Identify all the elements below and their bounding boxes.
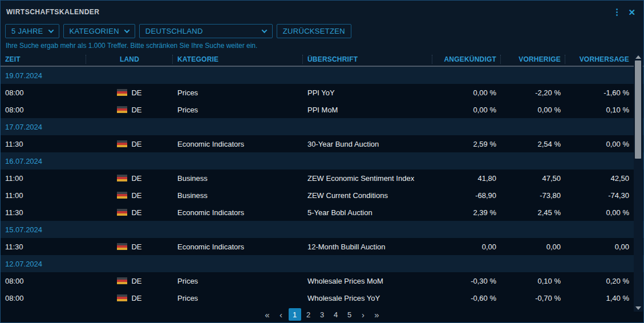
- reset-button[interactable]: ZURÜCKSETZEN: [277, 24, 351, 38]
- cell-announced: 2,59 %: [432, 135, 501, 152]
- cell-time: 11:30: [1, 204, 86, 221]
- cell-headline: Wholesale Prices MoM: [303, 272, 432, 289]
- table-row: 11:30DEEconomic Indicators5-Year Bobl Au…: [1, 204, 643, 221]
- page-button-2[interactable]: 2: [302, 308, 315, 321]
- title-bar: WIRTSCHAFTSKALENDER ✕: [1, 1, 643, 23]
- cell-category: Business: [173, 169, 303, 187]
- country-code: DE: [131, 140, 141, 148]
- germany-flag-icon: [117, 277, 127, 284]
- period-dropdown[interactable]: 5 JAHRE: [5, 24, 59, 38]
- date-group-row: 12.07.2024: [1, 255, 643, 272]
- germany-flag-icon: [117, 192, 127, 199]
- scrollbar[interactable]: [634, 54, 643, 312]
- filter-toolbar: 5 JAHRE KATEGORIEN DEUTSCHLAND ZURÜCKSET…: [1, 23, 643, 38]
- column-header-headline: ÜBERSCHRIFT: [303, 53, 432, 66]
- cell-previous: 47,50: [501, 169, 565, 187]
- germany-flag-icon: [117, 175, 127, 181]
- cell-headline: 5-Year Bobl Auction: [303, 204, 432, 221]
- cell-announced: 0,00 %: [432, 84, 501, 101]
- germany-flag-icon: [117, 140, 127, 147]
- country-code: DE: [131, 294, 141, 302]
- widget-title: WIRTSCHAFTSKALENDER: [6, 8, 100, 16]
- table-row: 08:00DEPricesPPI MoM0,00 %0,00 %0,10 %: [1, 101, 643, 118]
- pagination: «‹12345›»: [1, 306, 643, 322]
- cell-headline: PPI MoM: [303, 101, 432, 118]
- title-bar-actions: ✕: [615, 7, 635, 17]
- cell-announced: -0,30 %: [432, 272, 501, 289]
- categories-dropdown[interactable]: KATEGORIEN: [63, 24, 135, 38]
- cell-time: 08:00: [1, 84, 86, 101]
- cell-headline: 30-Year Bund Auction: [303, 135, 432, 152]
- cell-category: Prices: [173, 272, 303, 289]
- table-row: 08:00DEPricesWholesale Prices MoM-0,30 %…: [1, 272, 643, 289]
- cell-category: Prices: [173, 101, 303, 118]
- cell-announced: -68,90: [432, 187, 501, 204]
- page-button-4[interactable]: 4: [330, 308, 342, 321]
- column-header-country: LAND: [86, 53, 173, 66]
- cell-country: DE: [86, 101, 173, 118]
- date-group-row: 17.07.2024: [1, 118, 643, 135]
- cell-previous: 0,00: [501, 238, 565, 255]
- column-header-forecast: VORHERSAGE: [565, 53, 634, 66]
- table-header: ZEIT LAND KATEGORIE ÜBERSCHRIFT ANGEKÜND…: [1, 53, 643, 67]
- search-result-notice: Ihre Suche ergab mehr als 1.000 Treffer.…: [1, 38, 643, 53]
- scrollbar-thumb[interactable]: [635, 60, 641, 159]
- cell-previous: -73,80: [501, 187, 565, 204]
- previous-page-button[interactable]: ‹: [275, 308, 287, 321]
- page-button-5[interactable]: 5: [343, 308, 356, 321]
- country-code: DE: [131, 277, 141, 285]
- country-dropdown-label: DEUTSCHLAND: [145, 27, 203, 35]
- table-row: 11:00DEBusinessZEW Economic Sentiment In…: [1, 169, 643, 187]
- cell-forecast: 0,00 %: [565, 135, 634, 152]
- table-row: 08:00DEPricesPPI YoY0,00 %-2,20 %-1,60 %: [1, 84, 643, 101]
- country-dropdown[interactable]: DEUTSCHLAND: [139, 24, 273, 38]
- country-code: DE: [131, 243, 141, 251]
- chevron-down-icon: [48, 27, 54, 33]
- cell-category: Prices: [173, 289, 303, 306]
- cell-time: 11:30: [1, 238, 86, 255]
- country-code: DE: [131, 88, 141, 97]
- cell-announced: 41,80: [432, 169, 501, 187]
- cell-time: 11:00: [1, 169, 86, 187]
- cell-time: 11:00: [1, 187, 86, 204]
- cell-forecast: 0,20 %: [565, 272, 634, 289]
- page-button-1[interactable]: 1: [289, 308, 301, 321]
- cell-country: DE: [86, 187, 173, 204]
- last-page-button[interactable]: »: [371, 308, 383, 321]
- column-header-time: ZEIT: [1, 53, 86, 66]
- next-page-button[interactable]: ›: [357, 308, 370, 321]
- cell-country: DE: [86, 289, 173, 306]
- cell-country: DE: [86, 272, 173, 289]
- cell-country: DE: [86, 135, 173, 152]
- table-body: 19.07.202408:00DEPricesPPI YoY0,00 %-2,2…: [1, 67, 643, 306]
- scroll-down-icon[interactable]: [635, 306, 641, 310]
- country-code: DE: [131, 174, 141, 183]
- column-header-announced: ANGEKÜNDIGT: [432, 53, 501, 66]
- cell-announced: 0,00: [432, 238, 501, 255]
- country-code: DE: [131, 208, 141, 217]
- column-header-category: KATEGORIE: [173, 53, 303, 66]
- germany-flag-icon: [117, 209, 127, 216]
- germany-flag-icon: [117, 243, 127, 250]
- period-dropdown-label: 5 JAHRE: [11, 27, 43, 35]
- date-group-row: 16.07.2024: [1, 152, 643, 169]
- cell-country: DE: [86, 238, 173, 255]
- chevron-down-icon: [261, 27, 267, 33]
- cell-time: 08:00: [1, 101, 86, 118]
- cell-headline: Wholesale Prices YoY: [303, 289, 432, 306]
- cell-forecast: 0,00: [565, 238, 634, 255]
- scroll-up-icon[interactable]: [635, 55, 641, 59]
- country-code: DE: [131, 191, 141, 200]
- overflow-menu-icon[interactable]: [615, 7, 619, 17]
- cell-forecast: 0,10 %: [565, 101, 634, 118]
- cell-category: Prices: [173, 84, 303, 101]
- close-icon[interactable]: ✕: [628, 8, 635, 17]
- cell-forecast: 42,50: [565, 169, 634, 187]
- page-button-3[interactable]: 3: [316, 308, 329, 321]
- first-page-button[interactable]: «: [261, 308, 274, 321]
- germany-flag-icon: [117, 89, 127, 96]
- cell-headline: ZEW Current Conditions: [303, 187, 432, 204]
- cell-headline: PPI YoY: [303, 84, 432, 101]
- chevron-down-icon: [124, 27, 129, 33]
- cell-category: Business: [173, 187, 303, 204]
